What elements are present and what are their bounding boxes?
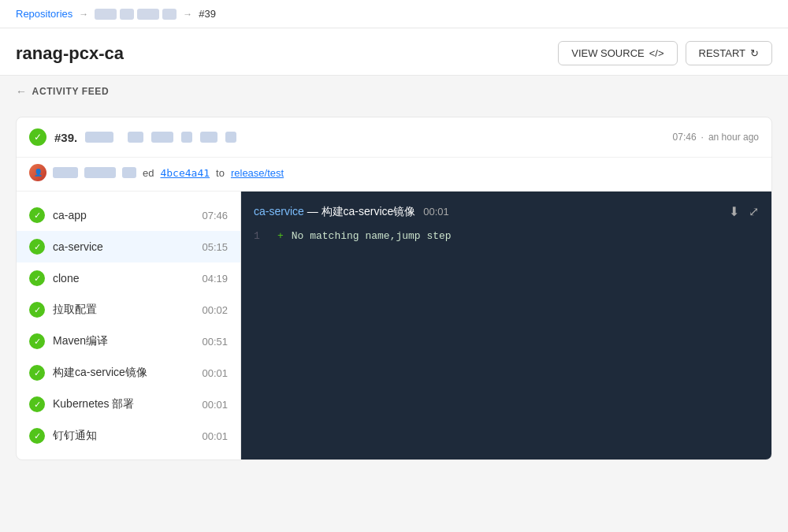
job-status-icon: ✓ (29, 365, 45, 381)
page-header: ranag-pcx-ca VIEW SOURCE </> RESTART ↻ (0, 28, 788, 76)
job-name: ca-app (53, 209, 194, 221)
view-source-button[interactable]: VIEW SOURCE </> (558, 41, 677, 65)
avatar-image: 👤 (29, 164, 46, 181)
job-name: clone (53, 272, 194, 285)
job-name: 拉取配置 (53, 303, 194, 317)
breadcrumb-build-number: #39 (199, 8, 216, 20)
job-time: 05:15 (202, 241, 228, 253)
build-title-blurred-6 (225, 132, 236, 143)
build-title-blurred-4 (181, 132, 192, 143)
build-title-blurred-5 (200, 132, 217, 143)
log-line-prefix: + (277, 230, 284, 242)
build-title-blurred-2 (128, 132, 143, 143)
job-time: 00:02 (202, 304, 228, 316)
check-mark: ✓ (34, 132, 42, 143)
job-item[interactable]: ✓ Kubernetes 部署 00:01 (17, 389, 240, 420)
sub-blurred-3 (122, 167, 136, 178)
build-title-blurred-3 (151, 132, 173, 143)
action-label: ed (143, 167, 154, 179)
breadcrumb-dot-4 (162, 9, 177, 20)
build-card: ✓ #39. 07:46 · an hour ago 👤 (16, 117, 772, 460)
log-line: 1 + No matching name,jump step (254, 230, 759, 242)
commit-hash[interactable]: 4bce4a41 (160, 167, 210, 179)
activity-feed-label: ACTIVITY FEED (32, 86, 110, 97)
log-title: ca-service — 构建ca-service镜像 00:01 (254, 205, 449, 219)
job-status-icon: ✓ (29, 270, 45, 286)
job-item[interactable]: ✓ ca-service 05:15 (17, 231, 240, 262)
log-duration: 00:01 (423, 206, 449, 218)
log-icons: ⬇ ⤢ (729, 204, 759, 219)
breadcrumb-middle (95, 9, 177, 20)
jobs-list: ✓ ca-app 07:46 ✓ ca-service 05:15 ✓ clon… (17, 199, 240, 452)
job-name: Maven编译 (53, 334, 194, 348)
relative-time: an hour ago (708, 132, 759, 143)
job-status-icon: ✓ (29, 302, 45, 318)
job-time: 07:46 (202, 210, 228, 221)
build-card-header: ✓ #39. 07:46 · an hour ago (17, 117, 771, 158)
build-status-icon: ✓ (29, 128, 46, 146)
log-separator: — (307, 205, 322, 218)
job-status-icon: ✓ (29, 207, 45, 223)
avatar: 👤 (29, 164, 46, 181)
log-panel: ca-service — 构建ca-service镜像 00:01 ⬇ ⤢ 1 … (241, 192, 771, 459)
log-lines: 1 + No matching name,jump step (254, 230, 759, 242)
log-step-label: 构建ca-service镜像 (322, 205, 416, 218)
job-status-icon: ✓ (29, 428, 45, 444)
restart-icon: ↻ (750, 47, 759, 59)
build-id: #39. (54, 131, 77, 144)
log-header: ca-service — 构建ca-service镜像 00:01 ⬇ ⤢ (254, 204, 759, 219)
commit-branch[interactable]: release/test (231, 167, 284, 179)
job-item[interactable]: ✓ clone 04:19 (17, 262, 240, 294)
breadcrumb-bar: Repositories → → #39 (0, 0, 788, 28)
header-actions: VIEW SOURCE </> RESTART ↻ (558, 41, 772, 65)
job-time: 00:51 (202, 336, 228, 348)
build-meta-right: 07:46 · an hour ago (673, 132, 759, 143)
job-name: 构建ca-service镜像 (53, 366, 194, 380)
job-time: 00:01 (202, 399, 228, 411)
breadcrumb-arrow-2: → (183, 9, 192, 20)
job-status-icon: ✓ (29, 396, 45, 412)
job-name: ca-service (53, 240, 194, 253)
job-item[interactable]: ✓ Maven编译 00:51 (17, 326, 240, 357)
activity-feed-link[interactable]: ← ACTIVITY FEED (0, 76, 788, 104)
build-title-blurred-1 (85, 132, 113, 143)
build-sub-row: 👤 ed 4bce4a41 to release/test (17, 158, 771, 192)
job-item[interactable]: ✓ 拉取配置 00:02 (17, 294, 240, 326)
job-time: 00:01 (202, 430, 228, 442)
download-log-button[interactable]: ⬇ (729, 204, 739, 219)
view-source-label: VIEW SOURCE (571, 47, 644, 59)
job-name: Kubernetes 部署 (53, 397, 194, 411)
breadcrumb-dot-1 (95, 9, 117, 20)
sub-blurred-1 (53, 167, 78, 178)
build-title-row: ✓ #39. (29, 128, 236, 146)
sub-blurred-2 (84, 167, 116, 178)
log-line-number: 1 (254, 230, 269, 242)
job-name: 钉钉通知 (53, 429, 194, 443)
jobs-panel: ✓ ca-app 07:46 ✓ ca-service 05:15 ✓ clon… (17, 192, 241, 459)
job-item[interactable]: ✓ 构建ca-service镜像 00:01 (17, 357, 240, 389)
log-line-text: No matching name,jump step (292, 230, 452, 242)
job-time: 00:01 (202, 367, 228, 379)
time-separator: · (701, 132, 704, 143)
restart-button[interactable]: RESTART ↻ (686, 41, 772, 65)
job-item[interactable]: ✓ 钉钉通知 00:01 (17, 420, 240, 452)
job-item[interactable]: ✓ ca-app 07:46 (17, 199, 240, 231)
job-status-icon: ✓ (29, 333, 45, 349)
code-icon: </> (649, 47, 664, 59)
build-content: ✓ ca-app 07:46 ✓ ca-service 05:15 ✓ clon… (17, 192, 771, 459)
avatar-icon: 👤 (34, 169, 43, 177)
job-status-icon: ✓ (29, 239, 45, 255)
breadcrumb-arrow-1: → (79, 9, 88, 20)
main-content: ✓ #39. 07:46 · an hour ago 👤 (0, 104, 788, 485)
breadcrumb-dot-3 (137, 9, 159, 20)
job-time: 04:19 (202, 273, 228, 285)
page-title: ranag-pcx-ca (16, 43, 124, 64)
repositories-link[interactable]: Repositories (16, 8, 72, 20)
build-time: 07:46 (673, 132, 697, 143)
expand-log-button[interactable]: ⤢ (749, 204, 759, 219)
breadcrumb-dot-2 (120, 9, 134, 20)
commit-to-label: to (216, 167, 225, 179)
restart-label: RESTART (699, 47, 745, 59)
log-step-name: ca-service (254, 205, 304, 218)
back-arrow-icon: ← (16, 85, 28, 98)
